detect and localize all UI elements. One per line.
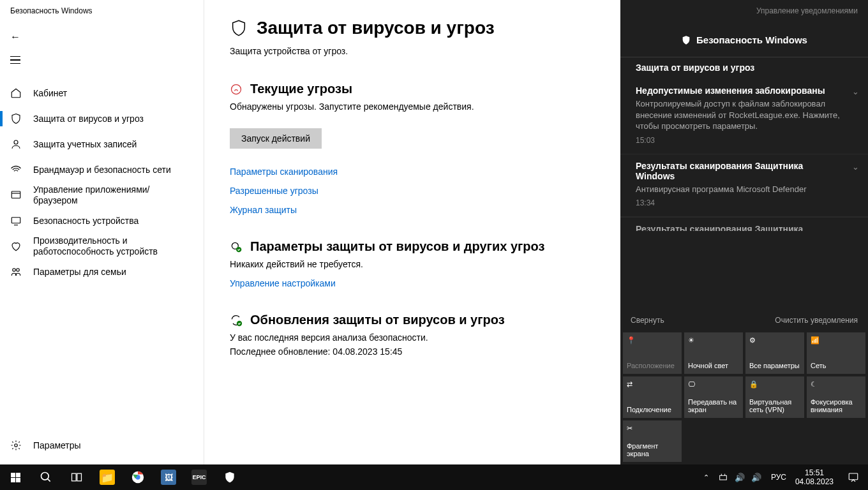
ethernet-icon bbox=[718, 472, 728, 482]
taskbar-app-photos[interactable]: 🖼 bbox=[153, 464, 184, 490]
back-icon bbox=[10, 31, 20, 43]
taskbar: 📁 🖼 EPIC ⌃ 🔊 🔊 РУС 15:51 04.08.2023 bbox=[0, 464, 868, 490]
notification-item[interactable]: Недопустимые изменения заблокированы Кон… bbox=[620, 79, 868, 154]
tile-vpn[interactable]: 🔒Виртуальная сеть (VPN) bbox=[745, 376, 804, 418]
shield-icon bbox=[10, 113, 22, 124]
taskbar-app-security[interactable] bbox=[214, 464, 245, 490]
tile-night-light[interactable]: ☀Ночной свет bbox=[684, 332, 743, 374]
notification-body: Контролируемый доступ к файлам заблокиро… bbox=[636, 98, 853, 132]
heart-icon bbox=[10, 241, 22, 252]
chevron-down-icon[interactable]: ⌄ bbox=[852, 162, 859, 172]
start-button[interactable] bbox=[0, 464, 31, 490]
sidebar-item-account[interactable]: Защита учетных записей bbox=[0, 131, 204, 157]
tile-focus[interactable]: ☾Фокусировка внимания bbox=[807, 376, 865, 418]
search-icon bbox=[40, 471, 52, 484]
sidebar-item-health[interactable]: Производительность и работоспособность у… bbox=[0, 234, 204, 259]
svg-point-5 bbox=[13, 269, 16, 272]
taskbar-app-chrome[interactable] bbox=[123, 464, 153, 490]
clock[interactable]: 15:51 04.08.2023 bbox=[790, 468, 839, 487]
tile-snip[interactable]: ✂Фрагмент экрана bbox=[623, 420, 682, 462]
action-center-title: Безопасность Windows bbox=[620, 19, 868, 57]
tile-connect[interactable]: ⇄Подключение bbox=[623, 376, 682, 418]
tray-network[interactable] bbox=[716, 464, 730, 490]
sidebar-item-firewall[interactable]: Брандмауэр и безопасность сети bbox=[0, 157, 204, 182]
task-view-button[interactable] bbox=[61, 464, 92, 490]
gear-icon bbox=[10, 440, 22, 451]
notification-time: 13:34 bbox=[636, 198, 853, 207]
notification-body: Антивирусная программа Microsoft Defende… bbox=[636, 184, 853, 195]
action-center-button[interactable] bbox=[839, 464, 868, 490]
hamburger-button[interactable] bbox=[0, 48, 31, 71]
notification-group-title: Защита от вирусов и угроз bbox=[620, 57, 868, 79]
svg-point-0 bbox=[14, 140, 18, 144]
section-heading: Обновления защиты от вирусов и угроз bbox=[250, 313, 505, 327]
vpn-icon: 🔒 bbox=[749, 380, 760, 390]
svg-rect-21 bbox=[849, 473, 858, 480]
svg-point-12 bbox=[41, 473, 49, 480]
tile-all-settings[interactable]: ⚙Все параметры bbox=[745, 332, 804, 374]
notification-time: 15:03 bbox=[636, 136, 853, 145]
menu-icon bbox=[10, 56, 20, 64]
location-icon: 📍 bbox=[627, 336, 637, 346]
taskbar-app-epic[interactable]: EPIC bbox=[184, 464, 214, 490]
notification-partial[interactable]: Результаты сканирования Защитника bbox=[620, 217, 868, 231]
search-button[interactable] bbox=[31, 464, 61, 490]
taskbar-app-explorer[interactable]: 📁 bbox=[92, 464, 123, 490]
svg-rect-1 bbox=[11, 191, 20, 198]
project-icon: 🖵 bbox=[688, 380, 698, 390]
sidebar-item-settings[interactable]: Параметры bbox=[0, 433, 204, 458]
wifi-icon: 📶 bbox=[811, 336, 821, 346]
sidebar-item-virus[interactable]: Защита от вирусов и угроз bbox=[0, 106, 204, 131]
tile-network[interactable]: 📶Сеть bbox=[807, 332, 865, 374]
snip-icon: ✂ bbox=[627, 424, 637, 434]
sidebar-item-home[interactable]: Кабинет bbox=[0, 80, 204, 106]
clear-notifications-button[interactable]: Очистить уведомления bbox=[775, 316, 858, 325]
threat-icon bbox=[230, 83, 243, 96]
system-tray: ⌃ 🔊 🔊 bbox=[696, 464, 767, 490]
gear-icon: ⚙ bbox=[749, 336, 760, 346]
notification-item[interactable]: Результаты сканирования Защитника Window… bbox=[620, 154, 868, 218]
svg-rect-18 bbox=[720, 475, 727, 480]
network-icon bbox=[10, 164, 22, 175]
sidebar-item-label: Параметры для семьи bbox=[33, 267, 126, 278]
svg-rect-14 bbox=[72, 473, 77, 481]
image-icon: 🖼 bbox=[161, 470, 176, 485]
manage-notifications-link[interactable]: Управление уведомлениями bbox=[620, 0, 868, 19]
tile-location[interactable]: 📍Расположение bbox=[623, 332, 682, 374]
settings-ok-icon bbox=[230, 241, 243, 253]
sidebar-item-label: Защита от вирусов и угроз bbox=[33, 114, 144, 124]
sidebar-item-appbrowser[interactable]: Управление приложениями/браузером bbox=[0, 182, 204, 208]
section-heading: Текущие угрозы bbox=[250, 82, 352, 96]
svg-point-7 bbox=[15, 444, 18, 447]
shield-icon bbox=[681, 35, 691, 45]
sun-icon: ☀ bbox=[688, 336, 698, 346]
windows-icon bbox=[11, 473, 20, 482]
notification-icon bbox=[848, 471, 859, 483]
tray-volume[interactable]: 🔊 bbox=[733, 464, 747, 490]
sidebar-item-family[interactable]: Параметры для семьи bbox=[0, 259, 204, 285]
collapse-button[interactable]: Свернуть bbox=[631, 316, 664, 325]
start-actions-button[interactable]: Запуск действий bbox=[230, 128, 322, 149]
page-title-text: Защита от вирусов и угроз bbox=[257, 18, 495, 38]
sidebar-item-device[interactable]: Безопасность устройства bbox=[0, 208, 204, 234]
shield-icon bbox=[223, 471, 236, 484]
sidebar-item-label: Управление приложениями/браузером bbox=[33, 184, 193, 206]
svg-rect-15 bbox=[77, 473, 82, 481]
chevron-down-icon[interactable]: ⌄ bbox=[852, 87, 859, 96]
folder-icon: 📁 bbox=[100, 470, 115, 485]
back-button[interactable] bbox=[0, 26, 31, 48]
language-indicator[interactable]: РУС bbox=[767, 473, 790, 482]
tray-volume2[interactable]: 🔊 bbox=[749, 464, 763, 490]
sidebar-item-label: Параметры bbox=[33, 440, 81, 451]
device-icon bbox=[10, 215, 22, 226]
clock-time: 15:51 bbox=[795, 468, 834, 477]
clock-date: 04.08.2023 bbox=[795, 477, 834, 486]
sidebar-item-label: Кабинет bbox=[33, 88, 67, 99]
home-icon bbox=[10, 87, 22, 99]
tile-project[interactable]: 🖵Передавать на экран bbox=[684, 376, 743, 418]
svg-line-13 bbox=[48, 479, 50, 482]
chrome-icon bbox=[130, 470, 146, 485]
action-center-title-text: Безопасность Windows bbox=[696, 34, 807, 45]
tray-overflow[interactable]: ⌃ bbox=[700, 464, 714, 490]
speaker-icon: 🔊 bbox=[751, 473, 761, 482]
